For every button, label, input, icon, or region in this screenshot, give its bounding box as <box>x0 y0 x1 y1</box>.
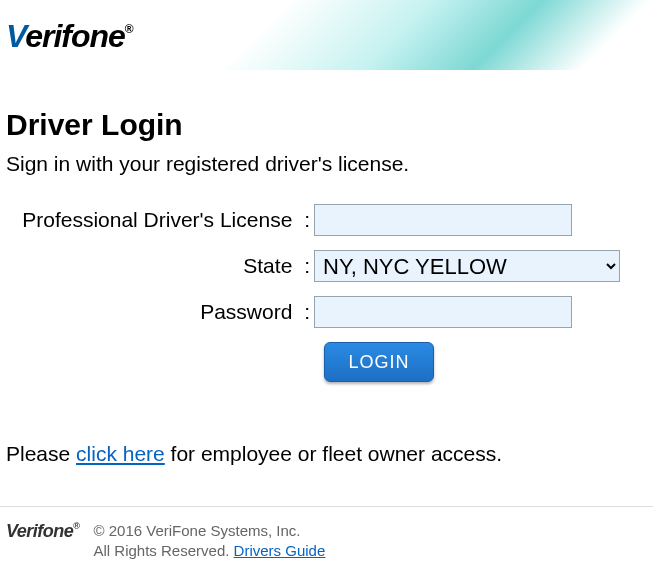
drivers-guide-link[interactable]: Drivers Guide <box>234 542 326 559</box>
rights-text: All Rights Reserved. <box>94 542 234 559</box>
state-select[interactable]: NY, NYC YELLOW <box>314 250 620 282</box>
alt-access-link[interactable]: click here <box>76 442 165 465</box>
page-title: Driver Login <box>6 108 647 142</box>
license-input[interactable] <box>314 204 572 236</box>
password-input[interactable] <box>314 296 572 328</box>
license-row: Professional Driver's License : <box>6 204 647 236</box>
footer-logo: Verifone® <box>6 521 80 542</box>
state-label: State : <box>6 254 314 278</box>
state-row: State : NY, NYC YELLOW <box>6 250 647 282</box>
header-banner: Verifone® <box>0 0 653 70</box>
copyright-text: © 2016 VeriFone Systems, Inc. <box>94 521 326 541</box>
footer-text: © 2016 VeriFone Systems, Inc. All Rights… <box>94 521 326 560</box>
login-button[interactable]: LOGIN <box>324 342 434 382</box>
page-subtitle: Sign in with your registered driver's li… <box>6 152 647 176</box>
license-label: Professional Driver's License : <box>6 208 314 232</box>
footer: Verifone® © 2016 VeriFone Systems, Inc. … <box>0 506 653 574</box>
alt-access-text: Please click here for employee or fleet … <box>6 442 647 466</box>
brand-logo: Verifone® <box>6 18 133 55</box>
password-row: Password : <box>6 296 647 328</box>
password-label: Password : <box>6 300 314 324</box>
